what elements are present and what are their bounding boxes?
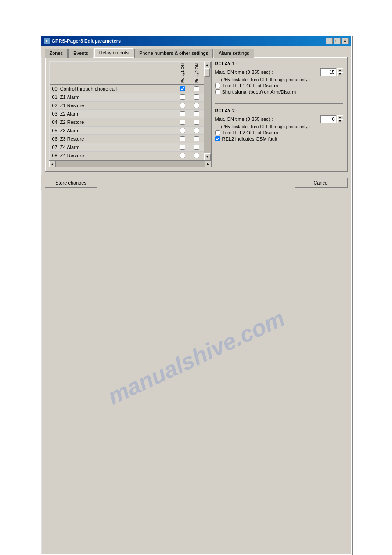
relay1-section: RELAY 1 : Max. ON time (0-255 sec) : ▲ ▼… xyxy=(215,61,343,95)
relay2-max-on-label: Max. ON time (0-255 sec) : xyxy=(215,116,320,122)
table-row: 08. Z4 Restore xyxy=(50,152,204,160)
relay2-row-checkbox[interactable] xyxy=(194,120,199,125)
relay2-gsm-fault-checkbox[interactable] xyxy=(215,136,220,141)
close-button[interactable]: ✕ xyxy=(342,38,349,44)
relay1-short-signal-label: Short signal (beep) on Arm/Disarm xyxy=(222,89,296,94)
row-label: 02. Z1 Restore xyxy=(50,102,176,109)
content-area: Relay1 ON Relay2 ON 00. Control through … xyxy=(45,57,348,172)
relay2-max-on-input[interactable] xyxy=(320,115,336,123)
tab-zones[interactable]: Zones xyxy=(45,49,68,58)
row-relay2-cell xyxy=(190,94,204,101)
scroll-h-track xyxy=(56,161,205,167)
relay-divider xyxy=(215,103,343,104)
table-inner: Relay1 ON Relay2 ON 00. Control through … xyxy=(50,62,204,160)
left-panel: Relay1 ON Relay2 ON 00. Control through … xyxy=(49,61,212,167)
relay1-row-checkbox[interactable] xyxy=(180,111,185,116)
maximize-button[interactable]: □ xyxy=(334,38,341,44)
relay1-row-checkbox[interactable] xyxy=(180,153,185,158)
relay2-spinner: ▲ ▼ xyxy=(337,115,343,123)
tab-events[interactable]: Events xyxy=(68,49,93,58)
relay1-input-group: ▲ ▼ xyxy=(320,68,343,76)
relay1-row-checkbox[interactable] xyxy=(180,86,185,91)
table-wrapper: Relay1 ON Relay2 ON 00. Control through … xyxy=(49,61,212,160)
vertical-scrollbar: ▲ ▼ xyxy=(204,62,211,160)
relay2-turn-off-row: Turn REL2 OFF at Disarm xyxy=(215,130,343,135)
col-name-header xyxy=(50,62,176,84)
relay1-max-on-input[interactable] xyxy=(320,68,336,76)
relay1-title: RELAY 1 : xyxy=(215,61,343,66)
relay2-gsm-fault-label: REL2 indicates GSM fault xyxy=(222,136,277,141)
relay2-row-checkbox[interactable] xyxy=(194,111,199,116)
store-changes-button[interactable]: Store changes xyxy=(45,178,97,188)
relay1-row-checkbox[interactable] xyxy=(180,145,185,150)
relay2-spin-up[interactable]: ▲ xyxy=(337,115,343,119)
relay2-row-checkbox[interactable] xyxy=(194,103,199,108)
tab-relay-outputs[interactable]: Relay outputs xyxy=(94,48,133,57)
relay1-max-on-row: Max. ON time (0-255 sec) : ▲ ▼ xyxy=(215,68,343,76)
row-relay2-cell xyxy=(190,144,204,151)
row-relay2-cell xyxy=(190,102,204,109)
relay2-row-checkbox[interactable] xyxy=(194,94,199,100)
relay1-turn-off-label: Turn REL1 OFF at Disarm xyxy=(222,83,278,88)
relay2-row-checkbox[interactable] xyxy=(194,145,199,150)
relay1-short-signal-row: Short signal (beep) on Arm/Disarm xyxy=(215,89,343,94)
scroll-up-button[interactable]: ▲ xyxy=(204,62,211,68)
relay2-turn-off-checkbox[interactable] xyxy=(215,130,220,135)
scroll-left-button[interactable]: ◄ xyxy=(49,161,56,167)
cancel-button[interactable]: Cancel xyxy=(295,178,348,188)
bottom-bar: Store changes Cancel xyxy=(41,175,351,190)
row-relay2-cell xyxy=(190,85,204,92)
row-relay1-cell xyxy=(176,94,190,101)
row-relay1-cell xyxy=(176,119,190,126)
row-relay2-cell xyxy=(190,127,204,134)
table-rows: 00. Control through phone call01. Z1 Ala… xyxy=(50,85,204,160)
relay2-row-checkbox[interactable] xyxy=(194,86,199,91)
row-label: 03. Z2 Alarm xyxy=(50,110,176,118)
right-panel: RELAY 1 : Max. ON time (0-255 sec) : ▲ ▼… xyxy=(215,61,343,167)
minimize-button[interactable]: — xyxy=(326,38,333,44)
row-label: 07. Z4 Alarm xyxy=(50,143,176,151)
relay2-input-group: ▲ ▼ xyxy=(320,115,343,123)
app-icon: ■ xyxy=(44,38,50,44)
relay2-title: RELAY 2 : xyxy=(215,108,343,113)
relay2-row-checkbox[interactable] xyxy=(194,153,199,158)
table-row: 00. Control through phone call xyxy=(50,85,204,93)
row-relay2-cell xyxy=(190,110,204,117)
relay1-row-checkbox[interactable] xyxy=(180,136,185,141)
relay1-turn-off-row: Turn REL1 OFF at Disarm xyxy=(215,83,343,88)
scroll-right-button[interactable]: ► xyxy=(205,161,212,167)
relay2-row-checkbox[interactable] xyxy=(194,128,199,133)
relay1-row-checkbox[interactable] xyxy=(180,94,185,100)
col-relay1-header: Relay1 ON xyxy=(176,62,190,84)
relay2-max-on-row: Max. ON time (0-255 sec) : ▲ ▼ xyxy=(215,115,343,123)
relay1-row-checkbox[interactable] xyxy=(180,128,185,133)
relay1-spin-up[interactable]: ▲ xyxy=(337,68,343,72)
row-relay1-cell xyxy=(176,110,190,117)
tab-alarm-settings[interactable]: Alarm settings xyxy=(214,49,254,58)
relay1-row-checkbox[interactable] xyxy=(180,120,185,125)
scroll-down-button[interactable]: ▼ xyxy=(204,153,211,160)
relay1-turn-off-checkbox[interactable] xyxy=(215,83,220,88)
row-relay2-cell xyxy=(190,152,204,159)
row-label: 08. Z4 Restore xyxy=(50,152,176,160)
window-title: GPRS-Pager3 Edit parameters xyxy=(52,38,121,44)
scroll-thumb[interactable] xyxy=(204,68,210,77)
relay1-short-signal-checkbox[interactable] xyxy=(215,89,220,94)
table-row: 01. Z1 Alarm xyxy=(50,93,204,102)
relay1-spin-down[interactable]: ▼ xyxy=(337,72,343,76)
tab-phone-numbers[interactable]: Phone numbers & other settings xyxy=(134,49,213,58)
relay1-row-checkbox[interactable] xyxy=(180,103,185,108)
row-label: 05. Z3 Alarm xyxy=(50,127,176,134)
table-row: 03. Z2 Alarm xyxy=(50,110,204,118)
horizontal-scrollbar: ◄ ► xyxy=(49,160,212,167)
row-relay1-cell xyxy=(176,152,190,159)
title-bar: ■ GPRS-Pager3 Edit parameters — □ ✕ xyxy=(41,36,351,46)
table-row: 06. Z3 Restore xyxy=(50,135,204,143)
row-label: 00. Control through phone call xyxy=(50,85,176,93)
relay2-row-checkbox[interactable] xyxy=(194,136,199,141)
relay2-spin-down[interactable]: ▼ xyxy=(337,119,343,123)
page: ■ GPRS-Pager3 Edit parameters — □ ✕ Zone… xyxy=(0,0,392,555)
row-relay2-cell xyxy=(190,119,204,126)
relay2-section: RELAY 2 : Max. ON time (0-255 sec) : ▲ ▼… xyxy=(215,108,343,142)
relay2-note: (255=bistable, Turn OFF through phone on… xyxy=(215,124,343,129)
